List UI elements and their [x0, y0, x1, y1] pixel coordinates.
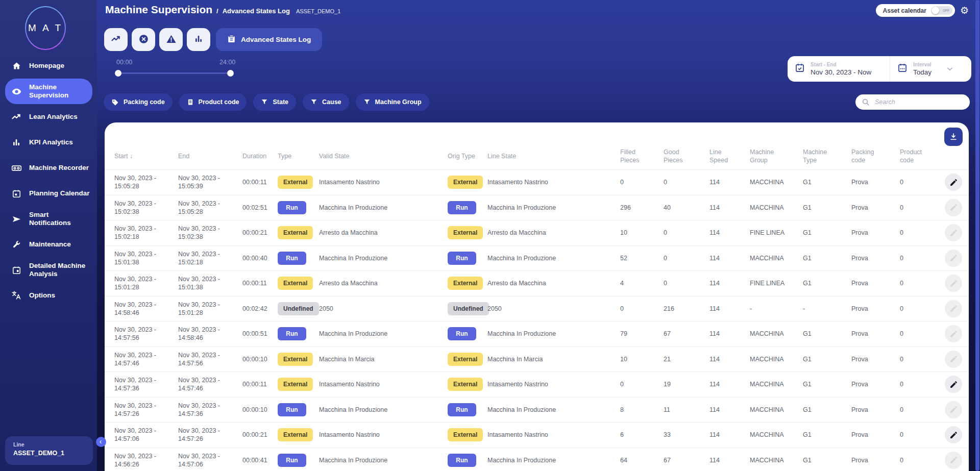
table-row: Nov 30, 2023 -14:57:56Nov 30, 2023 -14:5… [105, 321, 969, 347]
filter-chip-label: Machine Group [375, 98, 422, 106]
toolbar-warning-button[interactable] [159, 28, 183, 51]
edit-row-button[interactable] [945, 426, 962, 443]
sidebar-item-homepage[interactable]: Homepage [5, 53, 92, 79]
edit-row-button[interactable] [945, 199, 962, 216]
duration-cell: 00:00:11 [242, 381, 278, 388]
type-badge: External [278, 378, 313, 391]
asset-calendar-toggle[interactable]: OFF [931, 6, 952, 15]
column-header-valid-state[interactable]: Valid State [319, 152, 448, 160]
slider-handle-end[interactable] [227, 70, 234, 77]
column-header-type[interactable]: Type [278, 152, 319, 160]
duration-cell: 00:00:41 [242, 457, 278, 464]
packing-code-cell: Prova [851, 179, 900, 186]
sidebar-item-detailed-machine-analysis[interactable]: Detailed Machine Analysis [5, 257, 92, 283]
column-header-machine-type[interactable]: MachineType [803, 148, 851, 164]
machine-group-cell: - [750, 305, 803, 312]
sidebar-item-label: Planning Calendar [29, 189, 92, 197]
column-header-duration[interactable]: Duration [242, 152, 278, 160]
product-code-cell: 0 [900, 431, 938, 438]
filled-pieces-cell: 64 [620, 457, 664, 464]
time-slider[interactable] [116, 72, 232, 74]
line-speed-cell: 114 [709, 356, 750, 363]
line-speed-cell: 114 [709, 229, 750, 236]
line-state-cell: Intasamento Nastrino [487, 381, 620, 388]
packing-code-cell: Prova [851, 356, 900, 363]
sidebar-item-options[interactable]: Options [5, 283, 92, 308]
line-state-cell: Macchina In Marcia [487, 356, 620, 363]
filter-chip-state[interactable]: State [253, 93, 296, 111]
end-cell: Nov 30, 2023 -14:57:56 [178, 351, 242, 367]
slider-handle-start[interactable] [115, 70, 121, 77]
machine-type-cell: G1 [803, 204, 851, 211]
filter-chip-machine-group[interactable]: Machine Group [356, 93, 429, 111]
column-header-filled-pieces[interactable]: FilledPieces [620, 148, 664, 164]
funnel-icon [363, 98, 371, 106]
home-icon [10, 61, 22, 71]
edit-row-button[interactable] [945, 173, 962, 191]
sidebar-item-machine-supervision[interactable]: Machine Supervision [5, 79, 92, 104]
toolbar-circle-x-button[interactable] [132, 28, 155, 51]
sidebar-item-machine-recorder[interactable]: Machine Recorder [5, 155, 92, 181]
sidebar-item-kpi-analytics[interactable]: KPI Analytics [5, 130, 92, 155]
filled-pieces-cell: 8 [620, 406, 664, 413]
edit-row-button[interactable] [945, 250, 962, 267]
type-badge: Run [278, 454, 306, 467]
line-state-cell: Macchina In Produzione [487, 255, 620, 262]
valid-state-cell: Intasamento Nastrino [319, 179, 448, 186]
column-header-start[interactable]: Start ↓ [114, 152, 178, 160]
date-range-picker[interactable]: Start - End Nov 30, 2023 - Now [788, 62, 890, 76]
product-code-cell: 0 [900, 356, 938, 363]
edit-row-button[interactable] [945, 351, 962, 368]
interval-picker[interactable]: Interval Today [890, 62, 961, 76]
sidebar-collapse-button[interactable]: ‹ [96, 437, 106, 447]
filter-chip-product-code[interactable]: Product code [179, 93, 247, 111]
sidebar-item-smart-notifications[interactable]: Smart Notifications [5, 206, 92, 232]
line-speed-cell: 114 [709, 330, 750, 337]
gear-icon[interactable]: ⚙ [960, 6, 969, 15]
start-cell: Nov 30, 2023 -15:01:38 [114, 250, 178, 266]
column-header-orig-type[interactable]: Orig Type [448, 152, 487, 160]
valid-state-cell: Macchina In Produzione [319, 457, 448, 464]
column-header-good-pieces[interactable]: GoodPieces [664, 148, 709, 164]
table-row: Nov 30, 2023 -14:58:46Nov 30, 2023 -15:0… [105, 296, 969, 322]
calendar-check-icon [795, 63, 805, 75]
sidebar-item-planning-calendar[interactable]: Planning Calendar [5, 181, 92, 206]
column-header-line-state[interactable]: Line State [487, 152, 620, 160]
column-header-product-code[interactable]: Productcode [900, 148, 938, 164]
edit-row-button[interactable] [945, 275, 962, 292]
good-pieces-cell: 0 [664, 229, 709, 236]
edit-row-button[interactable] [945, 300, 962, 317]
good-pieces-cell: 67 [664, 457, 709, 464]
edit-row-button[interactable] [945, 401, 962, 418]
sidebar-item-maintenance[interactable]: Maintenance [5, 232, 92, 257]
orig-type-badge: External [448, 378, 483, 391]
sidebar-item-lean-analytics[interactable]: Lean Analytics [5, 104, 92, 130]
edit-row-button[interactable] [945, 224, 962, 241]
column-header-packing-code[interactable]: Packingcode [851, 148, 900, 164]
filter-chip-packing-code[interactable]: Packing code [104, 93, 173, 111]
download-button[interactable] [944, 128, 963, 146]
column-header-end[interactable]: End [178, 152, 242, 160]
filter-chip-cause[interactable]: Cause [303, 93, 349, 111]
column-header-line-speed[interactable]: LineSpeed [709, 148, 750, 164]
sidebar-item-label: Maintenance [29, 240, 73, 249]
start-end-label: Start - End [811, 62, 871, 67]
line-selector-card[interactable]: Line ASSET_DEMO_1 [5, 436, 93, 465]
edit-row-button[interactable] [945, 325, 962, 342]
end-cell: Nov 30, 2023 -15:05:39 [178, 174, 242, 190]
filled-pieces-cell: 6 [620, 431, 664, 438]
toolbar-trend-button[interactable] [104, 28, 128, 51]
table-row: Nov 30, 2023 -15:01:38Nov 30, 2023 -15:0… [105, 246, 969, 271]
edit-row-button[interactable] [945, 376, 962, 393]
orig-type-badge: External [448, 176, 483, 189]
column-header-machine-group[interactable]: MachineGroup [750, 148, 803, 164]
edit-row-button[interactable] [945, 452, 962, 469]
duration-cell: 00:00:40 [242, 255, 278, 262]
search-input[interactable] [874, 98, 964, 106]
duration-cell: 00:00:51 [242, 330, 278, 337]
toolbar-bar-chart-button[interactable] [187, 28, 210, 51]
start-cell: Nov 30, 2023 -14:57:26 [114, 402, 178, 418]
active-view-button[interactable]: Advanced States Log [216, 28, 322, 51]
line-label: Line [13, 441, 93, 448]
vertical-scrollbar[interactable] [975, 0, 979, 471]
